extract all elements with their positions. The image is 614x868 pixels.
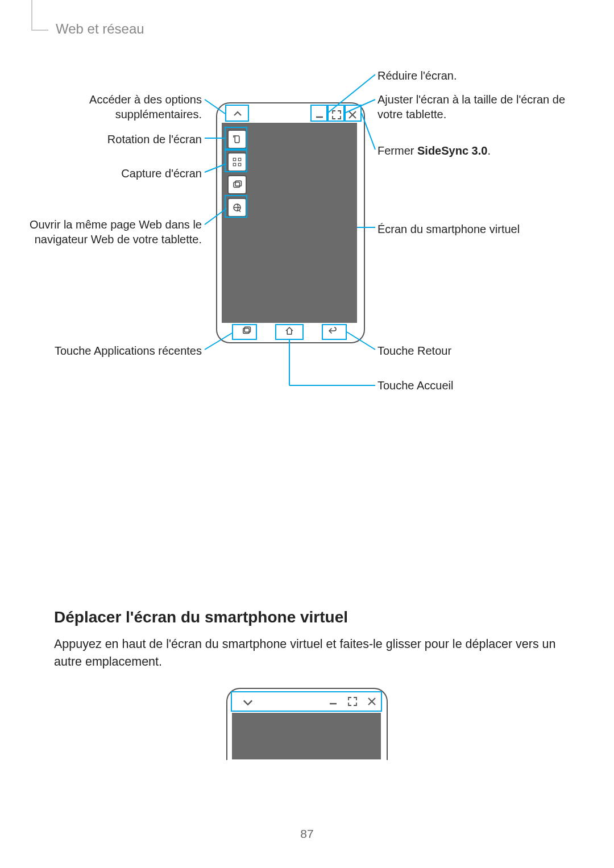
mini-phone-screen — [232, 713, 381, 759]
main-diagram: Accéder à des options supplémentaires. R… — [0, 68, 614, 568]
page-number: 87 — [0, 827, 614, 841]
highlight-drag-strip — [231, 691, 382, 712]
corner-divider-horizontal — [31, 30, 48, 31]
sub-heading: Déplacer l'écran du smartphone virtuel — [54, 608, 348, 626]
corner-divider-vertical — [31, 0, 32, 30]
svg-line-13 — [205, 99, 225, 114]
callout-lines — [0, 68, 614, 466]
svg-line-19 — [345, 99, 375, 113]
svg-line-16 — [205, 209, 226, 225]
section-title: Web et réseau — [56, 21, 144, 37]
svg-line-18 — [327, 74, 375, 113]
paragraph: Appuyez en haut de l'écran du smartphone… — [54, 636, 560, 671]
svg-line-17 — [205, 333, 232, 350]
svg-line-15 — [205, 164, 226, 172]
mini-diagram — [226, 688, 388, 759]
svg-line-22 — [347, 332, 375, 350]
svg-line-20 — [362, 113, 375, 149]
